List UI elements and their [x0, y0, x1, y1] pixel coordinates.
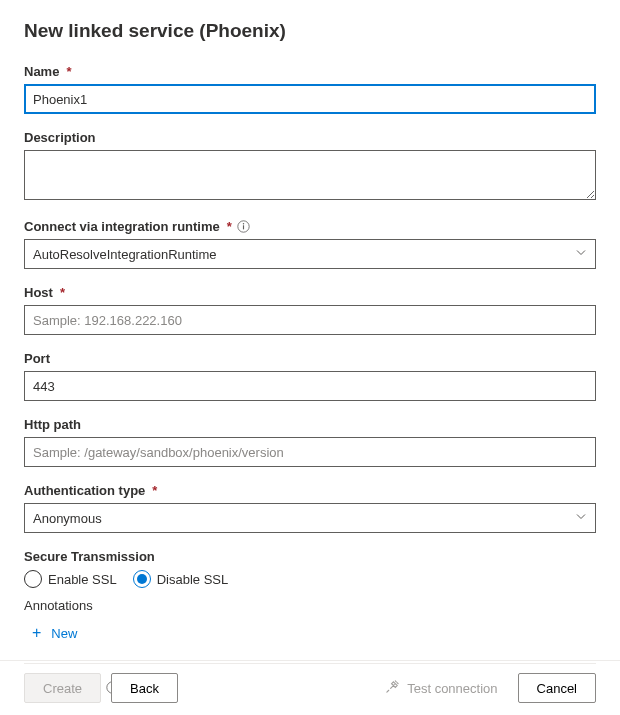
- host-label: Host*: [24, 285, 596, 300]
- footer: Create Back Test connection Cancel: [0, 660, 620, 715]
- integration-runtime-select[interactable]: [24, 239, 596, 269]
- disable-ssl-radio[interactable]: Disable SSL: [133, 570, 229, 588]
- httppath-label-text: Http path: [24, 417, 81, 432]
- integration-runtime-field-group: Connect via integration runtime*: [24, 219, 596, 269]
- auth-field-group: Authentication type*: [24, 483, 596, 533]
- port-label-text: Port: [24, 351, 50, 366]
- create-button[interactable]: Create: [24, 673, 101, 703]
- name-input[interactable]: [24, 84, 596, 114]
- test-connection-button[interactable]: Test connection: [385, 679, 497, 697]
- auth-label: Authentication type*: [24, 483, 596, 498]
- disable-ssl-label: Disable SSL: [157, 572, 229, 587]
- description-label: Description: [24, 130, 596, 145]
- description-input[interactable]: [24, 150, 596, 200]
- host-input[interactable]: [24, 305, 596, 335]
- required-asterisk: *: [60, 285, 65, 300]
- plus-icon: +: [32, 625, 41, 641]
- auth-label-text: Authentication type: [24, 483, 145, 498]
- add-annotation-label: New: [51, 626, 77, 641]
- radio-circle-icon: [24, 570, 42, 588]
- enable-ssl-radio[interactable]: Enable SSL: [24, 570, 117, 588]
- add-annotation-button[interactable]: + New: [24, 621, 596, 645]
- description-field-group: Description: [24, 130, 596, 203]
- cancel-button[interactable]: Cancel: [518, 673, 596, 703]
- port-label: Port: [24, 351, 596, 366]
- enable-ssl-label: Enable SSL: [48, 572, 117, 587]
- page-title: New linked service (Phoenix): [24, 20, 596, 42]
- annotations-label: Annotations: [24, 598, 596, 613]
- port-input[interactable]: [24, 371, 596, 401]
- required-asterisk: *: [227, 219, 232, 234]
- httppath-input[interactable]: [24, 437, 596, 467]
- port-field-group: Port: [24, 351, 596, 401]
- svg-rect-2: [243, 225, 244, 229]
- info-icon[interactable]: [237, 220, 251, 234]
- host-label-text: Host: [24, 285, 53, 300]
- integration-runtime-label: Connect via integration runtime*: [24, 219, 596, 234]
- description-label-text: Description: [24, 130, 96, 145]
- name-field-group: Name*: [24, 64, 596, 114]
- back-button[interactable]: Back: [111, 673, 178, 703]
- auth-type-select[interactable]: [24, 503, 596, 533]
- required-asterisk: *: [152, 483, 157, 498]
- required-asterisk: *: [66, 64, 71, 79]
- name-label-text: Name: [24, 64, 59, 79]
- httppath-field-group: Http path: [24, 417, 596, 467]
- secure-transmission-label-text: Secure Transmission: [24, 549, 155, 564]
- integration-runtime-label-text: Connect via integration runtime: [24, 219, 220, 234]
- svg-point-1: [243, 223, 244, 224]
- name-label: Name*: [24, 64, 596, 79]
- test-connection-label: Test connection: [407, 681, 497, 696]
- plug-icon: [385, 679, 400, 697]
- radio-circle-icon: [133, 570, 151, 588]
- httppath-label: Http path: [24, 417, 596, 432]
- secure-transmission-label: Secure Transmission: [24, 549, 596, 564]
- host-field-group: Host*: [24, 285, 596, 335]
